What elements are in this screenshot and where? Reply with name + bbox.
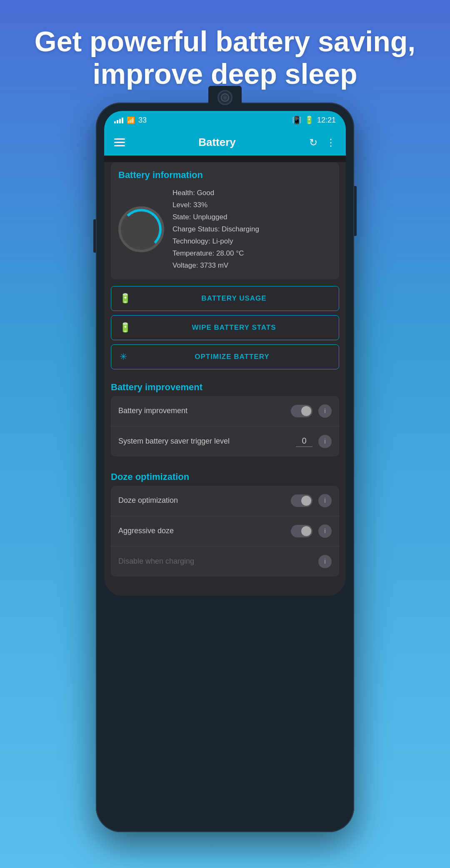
- disable-charging-label: Disable when charging: [118, 557, 318, 566]
- aggressive-doze-knob: [301, 526, 311, 536]
- battery-details: Health: Good Level: 33% State: Unplugged…: [172, 187, 259, 271]
- refresh-icon[interactable]: ↻: [309, 137, 318, 148]
- vibrate-icon: 📳: [292, 115, 301, 125]
- camera-module: [208, 86, 242, 109]
- aggressive-doze-row: Aggressive doze i: [111, 516, 339, 547]
- phone-wrapper: 📶 33 📳 🔋 12:21 Battery ↻: [96, 103, 354, 832]
- phone-shell: 📶 33 📳 🔋 12:21 Battery ↻: [96, 103, 354, 832]
- doze-optimization-section: Doze optimization i Aggressive doze: [111, 486, 339, 577]
- battery-usage-button[interactable]: 🔋 BATTERY USAGE: [111, 286, 339, 311]
- phone-screen: 📶 33 📳 🔋 12:21 Battery ↻: [104, 111, 346, 595]
- battery-circle-arc: [121, 209, 162, 250]
- aggressive-doze-label: Aggressive doze: [118, 527, 291, 535]
- battery-improvement-label: Battery improvement: [104, 374, 346, 396]
- app-bar: Battery ↻ ⋮: [104, 129, 346, 156]
- doze-optimization-toggle[interactable]: [291, 494, 312, 507]
- battery-improvement-row: Battery improvement i: [111, 396, 339, 426]
- trigger-level-row-right: 0 i: [296, 435, 332, 448]
- battery-usage-icon: 🔋: [120, 293, 131, 304]
- doze-optimization-row: Doze optimization i: [111, 486, 339, 516]
- battery-improvement-toggle[interactable]: [291, 405, 312, 417]
- optimize-battery-icon: ✳: [120, 351, 127, 362]
- more-options-icon[interactable]: ⋮: [326, 137, 336, 148]
- battery-state: State: Unplugged: [172, 211, 259, 223]
- battery-circle: [118, 206, 164, 252]
- doze-optimization-toggle-label: Doze optimization: [118, 496, 291, 505]
- doze-optimization-label: Doze optimization: [104, 463, 346, 486]
- wipe-battery-stats-button[interactable]: 🔋 WIPE BATTERY STATS: [111, 315, 339, 340]
- battery-icon: 🔋: [305, 115, 314, 125]
- battery-info-title: Battery information: [118, 170, 332, 181]
- aggressive-doze-info[interactable]: i: [318, 524, 332, 538]
- doze-optimization-info[interactable]: i: [318, 494, 332, 507]
- doze-optimization-knob: [301, 496, 311, 506]
- clock: 12:21: [317, 116, 336, 125]
- battery-level-status: 33: [138, 116, 147, 125]
- trigger-level-info[interactable]: i: [318, 435, 332, 448]
- hamburger-menu[interactable]: [114, 138, 125, 146]
- battery-technology: Technology: Li-poly: [172, 236, 259, 248]
- status-bar: 📶 33 📳 🔋 12:21: [104, 111, 346, 129]
- battery-info-row: Health: Good Level: 33% State: Unplugged…: [118, 187, 332, 271]
- aggressive-doze-toggle[interactable]: [291, 525, 312, 537]
- wipe-battery-icon: 🔋: [120, 322, 131, 333]
- disable-charging-row: Disable when charging i: [111, 547, 339, 577]
- wifi-icon: 📶: [127, 116, 135, 124]
- battery-level: Level: 33%: [172, 199, 259, 211]
- content-area: Battery information Health: Good Level: …: [104, 162, 346, 595]
- side-button-right: [354, 186, 357, 236]
- status-left: 📶 33: [114, 116, 147, 125]
- battery-charge-status: Charge Status: Discharging: [172, 223, 259, 236]
- battery-improvement-section: Battery improvement i System battery sav…: [111, 396, 339, 457]
- bottom-spacer: [104, 583, 346, 596]
- app-title: Battery: [198, 136, 236, 149]
- trigger-level-row: System battery saver trigger level 0 i: [111, 426, 339, 457]
- wipe-battery-label: WIPE BATTERY STATS: [138, 324, 330, 332]
- doze-optimization-row-right: i: [291, 494, 332, 507]
- battery-voltage: Voltage: 3733 mV: [172, 260, 259, 272]
- battery-improvement-info[interactable]: i: [318, 404, 332, 418]
- battery-improvement-toggle-label: Battery improvement: [118, 406, 291, 415]
- trigger-level-value[interactable]: 0: [296, 436, 312, 447]
- battery-improvement-knob: [301, 406, 311, 416]
- camera-lens: [218, 90, 232, 105]
- optimize-battery-label: OPTIMIZE BATTERY: [134, 353, 330, 361]
- battery-usage-label: BATTERY USAGE: [138, 294, 330, 303]
- battery-info-card: Battery information Health: Good Level: …: [111, 162, 339, 279]
- optimize-battery-button[interactable]: ✳ OPTIMIZE BATTERY: [111, 344, 339, 369]
- battery-health: Health: Good: [172, 187, 259, 199]
- battery-improvement-row-right: i: [291, 404, 332, 418]
- aggressive-doze-row-right: i: [291, 524, 332, 538]
- battery-temperature: Temperature: 28.00 °C: [172, 248, 259, 260]
- trigger-level-label: System battery saver trigger level: [118, 437, 296, 446]
- disable-charging-row-right: i: [318, 555, 332, 568]
- app-bar-actions: ↻ ⋮: [309, 137, 336, 148]
- disable-charging-info[interactable]: i: [318, 555, 332, 568]
- signal-icon: [114, 117, 123, 123]
- status-right: 📳 🔋 12:21: [292, 115, 336, 125]
